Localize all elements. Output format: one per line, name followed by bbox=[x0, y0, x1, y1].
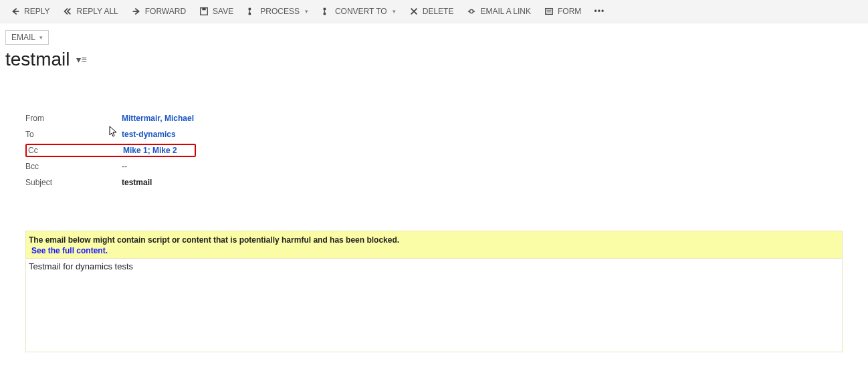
more-commands-button[interactable]: ••• bbox=[589, 4, 609, 19]
page-title: testmail bbox=[5, 49, 70, 70]
email-body-text: Testmail for dynamics tests bbox=[26, 258, 842, 352]
subject-label: Subject bbox=[25, 178, 122, 187]
arrow-right-icon bbox=[132, 7, 141, 16]
command-bar: Reply Reply All Forward Save Process ▾ C… bbox=[0, 0, 868, 23]
save-icon bbox=[199, 7, 209, 16]
svg-rect-7 bbox=[324, 8, 326, 11]
see-full-content-link[interactable]: See the full content. bbox=[31, 246, 108, 255]
convert-to-button[interactable]: Convert To ▾ bbox=[316, 4, 401, 19]
cc-label: Cc bbox=[27, 146, 123, 155]
record-type-dropdown[interactable]: Email ▾ bbox=[5, 30, 49, 45]
bcc-label: Bcc bbox=[25, 162, 122, 171]
reply-label: Reply bbox=[24, 7, 49, 16]
svg-rect-5 bbox=[249, 13, 251, 15]
process-button[interactable]: Process ▾ bbox=[241, 4, 314, 19]
form-label: Form bbox=[558, 7, 581, 16]
from-row: From Mittermair, Michael bbox=[25, 110, 863, 126]
caret-down-icon: ▾ bbox=[305, 8, 308, 15]
email-header-fields: From Mittermair, Michael To test-dynamic… bbox=[25, 110, 863, 191]
to-label: To bbox=[25, 130, 122, 139]
delete-label: Delete bbox=[423, 7, 454, 16]
svg-rect-3 bbox=[202, 8, 205, 11]
process-label: Process bbox=[260, 7, 300, 16]
blocked-content-warning: The email below might contain script or … bbox=[26, 231, 842, 258]
reply-all-label: Reply All bbox=[76, 7, 118, 16]
reply-all-button[interactable]: Reply All bbox=[58, 4, 123, 19]
close-icon bbox=[409, 7, 419, 16]
cc-value[interactable]: Mike 1; Mike 2 bbox=[123, 146, 177, 155]
cc-row: Cc Mike 1; Mike 2 bbox=[25, 142, 863, 158]
double-arrow-left-icon bbox=[63, 7, 72, 16]
from-value[interactable]: Mittermair, Michael bbox=[122, 114, 194, 123]
svg-rect-8 bbox=[324, 13, 326, 15]
save-label: Save bbox=[213, 7, 233, 16]
forward-button[interactable]: Forward bbox=[126, 4, 191, 19]
record-type-label: Email bbox=[11, 33, 35, 42]
save-button[interactable]: Save bbox=[194, 4, 239, 19]
related-menu-icon[interactable]: ▾≡ bbox=[76, 54, 86, 65]
process-icon bbox=[247, 7, 256, 16]
arrow-left-icon bbox=[11, 7, 20, 16]
content-area: Email ▾ testmail ▾≡ From Mittermair, Mic… bbox=[0, 23, 868, 352]
email-link-label: Email a Link bbox=[480, 7, 531, 16]
link-icon bbox=[467, 7, 476, 16]
form-button[interactable]: Form bbox=[539, 4, 586, 19]
reply-button[interactable]: Reply bbox=[5, 4, 55, 19]
to-row: To test-dynamics bbox=[25, 126, 863, 142]
convert-to-label: Convert To bbox=[335, 7, 387, 16]
to-value[interactable]: test-dynamics bbox=[122, 130, 176, 139]
subject-value: testmail bbox=[122, 178, 152, 187]
email-link-button[interactable]: Email a Link bbox=[461, 4, 536, 19]
cc-highlight-box: Cc Mike 1; Mike 2 bbox=[25, 144, 196, 157]
svg-rect-4 bbox=[249, 8, 251, 11]
from-label: From bbox=[25, 114, 122, 123]
bcc-value: -- bbox=[122, 162, 127, 171]
convert-icon bbox=[322, 7, 331, 16]
svg-rect-12 bbox=[546, 9, 553, 15]
ellipsis-icon: ••• bbox=[594, 7, 604, 16]
warning-text: The email below might contain script or … bbox=[29, 235, 839, 245]
email-body-container: The email below might contain script or … bbox=[25, 231, 843, 352]
caret-down-icon: ▾ bbox=[39, 34, 43, 41]
caret-down-icon: ▾ bbox=[393, 8, 396, 15]
bcc-row: Bcc -- bbox=[25, 158, 863, 174]
delete-button[interactable]: Delete bbox=[404, 4, 459, 19]
form-icon bbox=[544, 7, 554, 16]
forward-label: Forward bbox=[145, 7, 186, 16]
subject-row: Subject testmail bbox=[25, 174, 863, 191]
